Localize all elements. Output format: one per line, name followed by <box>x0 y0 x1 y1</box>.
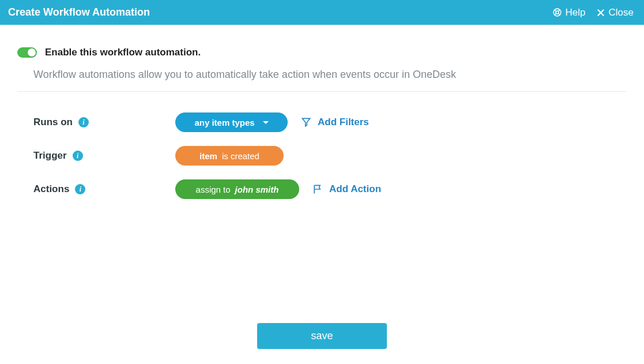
enable-label: Enable this workflow automation. <box>45 47 201 58</box>
trigger-row: Trigger i item is created <box>17 139 627 172</box>
life-ring-icon <box>552 7 562 17</box>
filter-icon <box>300 117 312 128</box>
runs-on-dropdown[interactable]: any item types <box>175 112 288 132</box>
svg-point-1 <box>556 11 559 14</box>
trigger-pill-bold: item <box>199 151 217 161</box>
svg-line-5 <box>558 13 560 15</box>
dialog-title: Create Workflow Automation <box>8 6 150 18</box>
add-filters-button[interactable]: Add Filters <box>300 117 369 128</box>
info-icon[interactable]: i <box>78 117 89 127</box>
info-icon[interactable]: i <box>73 151 83 161</box>
dialog-footer: save <box>0 323 644 349</box>
toggle-knob <box>28 48 36 57</box>
trigger-label: Trigger <box>33 150 67 162</box>
help-label: Help <box>566 7 586 18</box>
enable-row: Enable this workflow automation. <box>17 47 627 58</box>
header-actions: Help Close <box>552 7 634 18</box>
chevron-down-icon <box>263 121 269 124</box>
runs-on-value: any item types <box>194 118 254 127</box>
actions-row: Actions i assign to john smith Add Actio… <box>17 172 627 206</box>
svg-line-2 <box>554 10 556 12</box>
close-label: Close <box>609 7 634 18</box>
trigger-label-wrap: Trigger i <box>33 150 175 162</box>
svg-line-3 <box>558 10 560 12</box>
runs-on-label-wrap: Runs on i <box>33 117 175 128</box>
info-icon[interactable]: i <box>75 184 85 194</box>
action-pill[interactable]: assign to john smith <box>175 179 299 199</box>
enable-toggle[interactable] <box>17 47 37 58</box>
close-icon <box>596 8 605 17</box>
save-label: save <box>311 330 333 342</box>
save-button[interactable]: save <box>257 323 387 349</box>
trigger-pill[interactable]: item is created <box>175 146 284 166</box>
actions-label-wrap: Actions i <box>33 183 175 195</box>
trigger-pill-rest: is created <box>222 151 259 161</box>
action-pill-target: john smith <box>235 185 279 194</box>
flag-icon <box>312 183 323 195</box>
add-action-button[interactable]: Add Action <box>312 183 381 195</box>
divider <box>17 91 627 92</box>
dialog-subtitle: Workflow automations allow you to automa… <box>17 69 627 81</box>
dialog-header: Create Workflow Automation Help <box>0 0 644 25</box>
runs-on-row: Runs on i any item types Add Filters <box>17 106 627 139</box>
add-filters-label: Add Filters <box>318 117 369 128</box>
add-action-label: Add Action <box>329 183 381 195</box>
dialog-body: Enable this workflow automation. Workflo… <box>0 25 644 206</box>
svg-line-4 <box>554 13 556 15</box>
actions-label: Actions <box>33 183 69 195</box>
runs-on-label: Runs on <box>33 117 73 128</box>
close-button[interactable]: Close <box>596 7 634 18</box>
action-pill-prefix: assign to <box>196 185 231 194</box>
help-button[interactable]: Help <box>552 7 586 18</box>
